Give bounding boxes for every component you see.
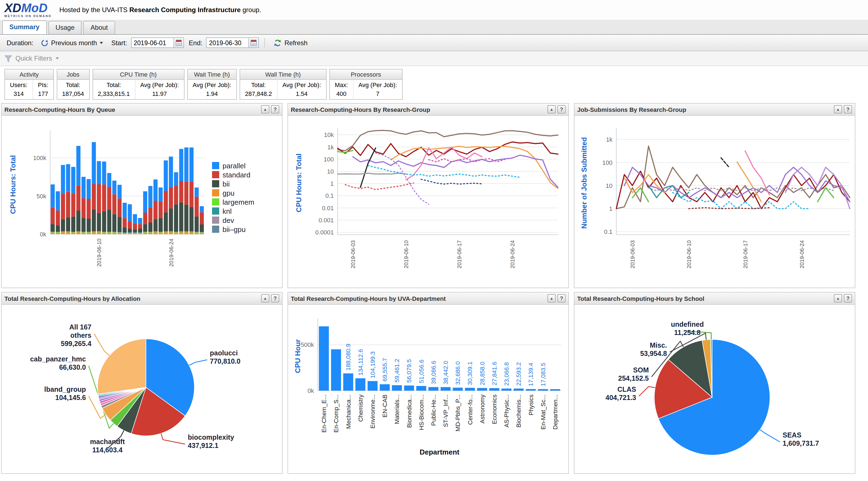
svg-text:59,461.2: 59,461.2 <box>394 359 400 383</box>
stat-value: 177 <box>38 90 49 97</box>
quick-filters-dropdown[interactable]: Quick Filters <box>16 55 59 62</box>
svg-text:2019-06-10: 2019-06-10 <box>686 240 692 268</box>
xdmod-logo-subtext: METRICS ON DEMAND <box>4 15 52 18</box>
refresh-label: Refresh <box>284 39 308 47</box>
end-date-picker-button[interactable] <box>249 37 259 48</box>
svg-text:10: 10 <box>606 182 613 189</box>
collapse-button[interactable]: ▲ <box>261 105 269 114</box>
svg-text:parallel: parallel <box>222 162 246 170</box>
svg-text:56,079.5: 56,079.5 <box>406 359 413 383</box>
svg-text:SOM: SOM <box>633 366 649 374</box>
start-date-picker-button[interactable] <box>174 37 184 48</box>
stat-label: Total: <box>98 82 130 88</box>
svg-text:2019-06-24: 2019-06-24 <box>168 239 174 267</box>
tab-about-label: About <box>91 24 108 31</box>
start-date-field <box>131 37 184 48</box>
stats-group-wall-time: Wall Time (h) Total:287,848.2 Avg (Per J… <box>240 69 327 100</box>
collapse-button[interactable]: ▲ <box>834 105 842 114</box>
svg-text:Materials...: Materials... <box>394 394 400 424</box>
svg-text:1: 1 <box>331 180 334 187</box>
stats-group-processors: Processors Max:400 Avg (Per Job):7 <box>329 69 403 100</box>
end-date-input[interactable] <box>206 37 249 48</box>
stats-header: Activity <box>5 69 53 80</box>
svg-text:bii–gpu: bii–gpu <box>222 226 246 234</box>
end-label: End: <box>189 39 203 47</box>
help-button[interactable]: ? <box>844 105 852 114</box>
svg-text:100: 100 <box>602 159 613 166</box>
tab-usage-label: Usage <box>55 24 74 31</box>
stat-label: Total: <box>245 82 272 88</box>
panel-school-pie: Total Research-Computing-Hours by School… <box>574 292 855 474</box>
svg-text:51,056.6: 51,056.6 <box>418 360 425 383</box>
school-pie-chart: SEAS1,609,731.7CLAS404,721.3SOM254,152.5… <box>575 305 855 473</box>
collapse-button[interactable]: ▲ <box>548 105 556 114</box>
help-button[interactable]: ? <box>844 294 852 302</box>
collapse-button[interactable]: ▲ <box>261 294 269 302</box>
panel-title: Research-Computing-Hours By Research-Gro… <box>291 106 546 113</box>
svg-text:Number of Jobs Submitted: Number of Jobs Submitted <box>580 137 588 229</box>
app-tagline: Hosted by the UVA-ITS Research Computing… <box>59 6 261 14</box>
collapse-button[interactable]: ▲ <box>834 294 842 302</box>
svg-text:599,265.4: 599,265.4 <box>61 340 91 348</box>
svg-text:Biochemis...: Biochemis... <box>515 394 522 427</box>
chevron-down-icon <box>55 57 59 60</box>
stat-label: PIs: <box>38 82 49 88</box>
stats-header: Wall Time (h) <box>240 69 326 80</box>
panel-header: Total Research-Computing-Hours by UVA-De… <box>288 293 568 305</box>
collapse-button[interactable]: ▲ <box>548 294 556 302</box>
queue-hours-chart: 0k50k100k2019-06-102019-06-24CPU Hours: … <box>2 116 282 287</box>
stat-value: 314 <box>10 90 28 97</box>
svg-text:66,630.0: 66,630.0 <box>59 363 86 371</box>
tagline-suffix: group. <box>241 6 261 14</box>
svg-text:En-Mat_Sc...: En-Mat_Sc... <box>540 394 547 429</box>
stat-value: 187,054 <box>62 90 84 97</box>
end-date-field <box>206 37 259 48</box>
svg-text:Astronomy: Astronomy <box>479 394 486 423</box>
svg-text:0.001: 0.001 <box>319 217 334 224</box>
svg-text:Public-He...: Public-He... <box>430 394 437 426</box>
svg-text:11,254.8: 11,254.8 <box>674 329 701 336</box>
tab-usage[interactable]: Usage <box>48 21 82 34</box>
svg-text:188,080.9: 188,080.9 <box>345 343 352 370</box>
refresh-button[interactable]: Refresh <box>271 37 311 48</box>
duration-toolbar: Duration: Previous month Start: End: <box>0 35 868 51</box>
svg-text:1,609,731.7: 1,609,731.7 <box>783 440 819 447</box>
stats-group-cpu-time: CPU Time (h) Total:2,333,815.1 Avg (Per … <box>92 69 184 100</box>
svg-text:lband_group: lband_group <box>44 385 86 393</box>
svg-text:2019-06-24: 2019-06-24 <box>799 240 805 268</box>
panel-header: Research-Computing-Hours By Queue ▲ ? <box>2 103 282 116</box>
department-bar-chart: 0k500kEn-Chem_E...En-Comp_S...188,080.9M… <box>288 305 568 473</box>
job-submissions-chart: 1k1001010.12019-06-032019-06-102019-06-1… <box>575 116 855 287</box>
duration-preset-dropdown[interactable]: Previous month <box>37 37 106 48</box>
help-button[interactable]: ? <box>271 105 279 114</box>
quick-filters-toolbar: Quick Filters <box>0 51 868 66</box>
svg-text:0k: 0k <box>308 387 314 394</box>
svg-text:biocomplexity: biocomplexity <box>188 433 234 441</box>
svg-text:2019-06-03: 2019-06-03 <box>629 240 636 268</box>
panel-header: Total Research-Computing-Hours by School… <box>575 293 855 305</box>
svg-text:22,593.2: 22,593.2 <box>515 362 522 386</box>
svg-text:104,145.6: 104,145.6 <box>55 394 86 401</box>
svg-text:104,199.3: 104,199.3 <box>369 351 376 378</box>
stat-label: Avg (Per Job): <box>283 82 321 88</box>
svg-text:SEAS: SEAS <box>783 431 801 439</box>
svg-text:500k: 500k <box>301 341 314 348</box>
svg-text:100: 100 <box>323 156 334 163</box>
svg-text:2019-06-17: 2019-06-17 <box>742 240 748 268</box>
svg-text:knl: knl <box>222 207 231 215</box>
svg-text:10: 10 <box>327 168 334 175</box>
chevron-down-icon <box>100 41 103 44</box>
stat-label: Avg (Per Job): <box>140 82 179 88</box>
help-button[interactable]: ? <box>557 294 566 302</box>
svg-text:2019-06-03: 2019-06-03 <box>350 240 356 268</box>
svg-text:0.1: 0.1 <box>604 229 613 235</box>
allocation-pie-chart: paolucci770,810.0biocomplexity437,912.1m… <box>2 305 282 473</box>
svg-text:404,721.3: 404,721.3 <box>606 394 636 401</box>
tab-summary[interactable]: Summary <box>2 20 46 34</box>
svg-text:bii: bii <box>222 180 230 188</box>
help-button[interactable]: ? <box>557 105 566 114</box>
svg-text:Biomedica...: Biomedica... <box>406 394 413 428</box>
help-button[interactable]: ? <box>271 294 279 302</box>
start-date-input[interactable] <box>131 37 174 48</box>
tab-about[interactable]: About <box>84 21 115 34</box>
